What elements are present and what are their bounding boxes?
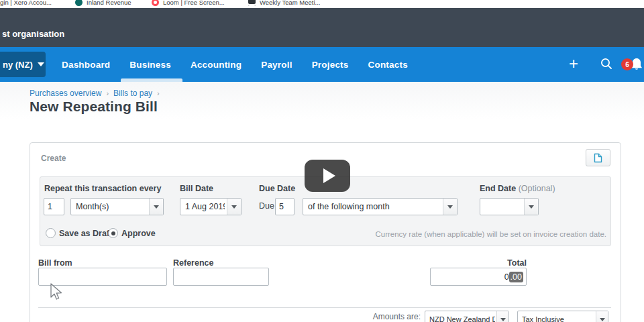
notification-count-badge: 6 (621, 58, 633, 70)
bookmark-label: Loom | Free Screen... (163, 0, 225, 6)
save-as-draft-label: Save as Draft (59, 229, 112, 238)
end-date-label: End Date (Optional) (480, 184, 555, 193)
organisation-bar: st organisation (0, 8, 644, 47)
play-icon (323, 168, 335, 183)
approve-radio[interactable] (108, 228, 118, 238)
nav-item-contacts[interactable]: Contacts (368, 60, 408, 70)
bill-date-select[interactable]: 1 Aug 2019 (180, 198, 241, 215)
nav-item-accounting[interactable]: Accounting (191, 60, 241, 70)
document-icon (594, 153, 602, 163)
amounts-are-label: Amounts are: (339, 312, 421, 321)
due-day-input[interactable] (275, 198, 294, 215)
repeat-label: Repeat this transaction every (44, 184, 161, 193)
bookmark-inland-revenue[interactable]: Inland Revenue (75, 0, 131, 6)
chevron-down-icon (596, 311, 608, 322)
chevron-down-icon (227, 199, 241, 215)
screen: gin | Xero Accou... Inland Revenue Loom … (0, 0, 644, 322)
copy-document-button[interactable] (586, 149, 610, 166)
chevron-down-icon (443, 199, 457, 215)
organisation-name: st organisation (2, 29, 64, 39)
bookmark-weekly-meeting[interactable]: Weekly Team Meeti... (248, 0, 320, 6)
calendar-favicon-icon (248, 0, 256, 6)
chevron-down-icon (524, 199, 538, 215)
bill-date-label: Bill Date (180, 184, 213, 193)
add-new-button[interactable]: + (569, 56, 578, 72)
reference-input[interactable] (173, 268, 269, 286)
search-icon (600, 57, 613, 70)
bookmark-label: Inland Revenue (87, 0, 131, 6)
breadcrumb-purchases-overview[interactable]: Purchases overview (30, 89, 101, 98)
nav-item-dashboard[interactable]: Dashboard (62, 60, 110, 70)
save-as-draft-radio[interactable] (46, 228, 56, 238)
tax-option-select[interactable]: Tax Inclusive (517, 311, 608, 322)
end-date-optional-hint: (Optional) (519, 184, 555, 193)
currency-select[interactable]: NZD New Zealand Dollar (425, 311, 509, 322)
breadcrumb-separator: › (106, 89, 109, 97)
breadcrumb-bills-to-pay[interactable]: Bills to pay (113, 89, 152, 98)
total-integer: 0 (504, 272, 509, 282)
total-input[interactable]: 0.00 (430, 268, 527, 286)
bookmark-label: gin | Xero Accou... (0, 0, 52, 6)
bookmark-xero[interactable]: gin | Xero Accou... (0, 0, 52, 6)
end-date-select[interactable] (480, 198, 539, 215)
nav-item-projects[interactable]: Projects (312, 60, 349, 70)
notifications-button[interactable]: 6 (629, 56, 644, 75)
approve-label: Approve (121, 229, 156, 238)
inland-revenue-favicon-icon (75, 0, 83, 6)
video-play-button[interactable] (305, 160, 350, 192)
breadcrumb: Purchases overview › Bills to pay › (30, 89, 160, 98)
loom-favicon-icon (152, 0, 159, 6)
breadcrumb-separator: › (157, 89, 160, 97)
org-selector-dropdown[interactable]: ny (NZ) (0, 52, 46, 77)
nav-item-payroll[interactable]: Payroll (261, 60, 292, 70)
due-date-label: Due Date (259, 184, 295, 193)
nav-items: Dashboard Business Accounting Payroll Pr… (62, 47, 408, 82)
section-divider (38, 307, 611, 308)
nav-item-business[interactable]: Business (129, 60, 171, 70)
panel-header-label: Create (41, 154, 66, 163)
repeat-unit-select[interactable]: Month(s) (70, 198, 164, 215)
total-label: Total (460, 258, 527, 268)
status-radio-row: Save as Draft Approve Currency rate (whe… (40, 228, 610, 241)
bookmark-label: Weekly Team Meeti... (260, 0, 320, 6)
mouse-cursor-icon (48, 282, 64, 301)
page-title: New Repeating Bill (30, 99, 158, 115)
chevron-down-icon (38, 62, 44, 66)
due-unit-select[interactable]: of the following month (303, 198, 458, 215)
search-button[interactable] (600, 57, 613, 73)
main-navbar: ny (NZ) Dashboard Business Accounting Pa… (0, 47, 644, 82)
repeat-count-input[interactable] (44, 198, 64, 215)
bill-from-label: Bill from (38, 258, 72, 268)
currency-note: Currency rate (when applicable) will be … (375, 230, 606, 238)
org-selector-label: ny (NZ) (3, 60, 33, 70)
chevron-down-icon (149, 199, 163, 215)
chevron-down-icon (496, 311, 508, 322)
bookmark-loom[interactable]: Loom | Free Screen... (152, 0, 225, 6)
due-prefix-label: Due (259, 201, 274, 211)
bookmarks-bar: gin | Xero Accou... Inland Revenue Loom … (0, 0, 644, 8)
total-fraction-highlight: .00 (509, 272, 523, 282)
reference-label: Reference (173, 258, 213, 268)
